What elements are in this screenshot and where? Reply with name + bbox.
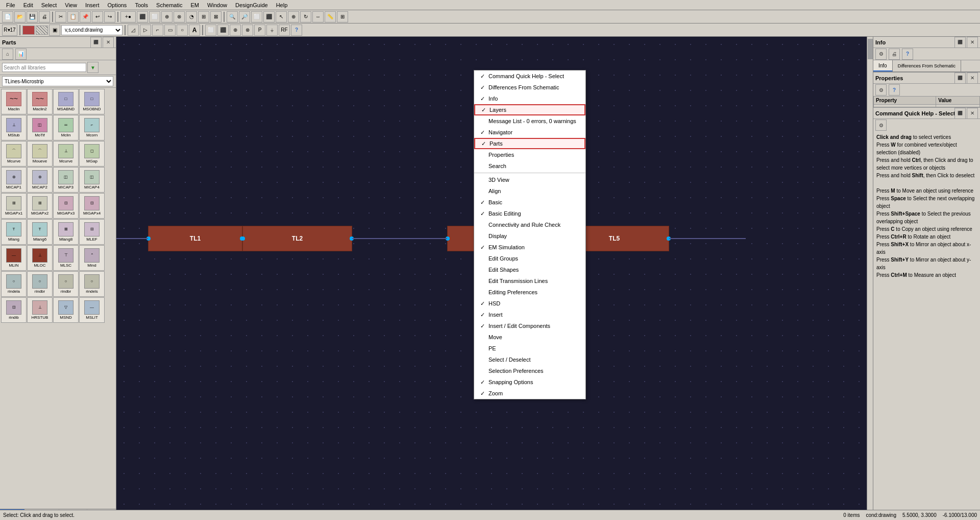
list-item[interactable]: ⊛ MICAP2 (27, 167, 53, 193)
component-button[interactable]: +● (120, 11, 136, 22)
menu-display[interactable]: Display (474, 230, 585, 242)
list-item[interactable]: ⌃ Mind (79, 245, 105, 271)
rotate-button[interactable]: ↻ (300, 11, 311, 22)
text-btn[interactable]: A (189, 25, 200, 36)
menu-3d-view[interactable]: 3D View (474, 174, 585, 185)
vertical-scrollbar[interactable] (867, 37, 873, 514)
list-item[interactable]: ⊞ MIGAPx2 (27, 193, 53, 219)
menu-edit-shapes[interactable]: Edit Shapes (474, 264, 585, 275)
menu-cmd-quick-help[interactable]: ✓ Command Quick Help - Select (474, 70, 585, 82)
menu-edit-groups[interactable]: Edit Groups (474, 253, 585, 264)
route-button[interactable]: ⊞ (198, 11, 209, 22)
menu-insert[interactable]: ✓ Insert (474, 309, 585, 320)
list-item[interactable]: ═ Mclin (53, 115, 79, 140)
mirror-button[interactable]: ↔ (312, 11, 324, 22)
fill-btn[interactable]: ▣ (49, 25, 60, 36)
menu-basic-editing[interactable]: ✓ Basic Editing (474, 208, 585, 219)
bus-button[interactable]: ⬜ (149, 11, 160, 22)
menu-search[interactable]: Search (474, 160, 585, 172)
cursor-button[interactable]: ↖ (276, 11, 287, 22)
measure-button[interactable]: 📏 (325, 11, 336, 22)
menu-layers[interactable]: ✓ Layers (474, 104, 585, 115)
cmd-help-settings-button[interactable]: ⚙ (875, 120, 887, 131)
arc-button[interactable]: ◔ (186, 11, 197, 22)
list-item[interactable]: ⊡ rindib (1, 297, 27, 323)
properties-close-button[interactable]: ✕ (967, 73, 978, 84)
menu-navigator[interactable]: ✓ Navigator (474, 127, 585, 138)
list-item[interactable]: □ MSOBND (79, 89, 105, 114)
grid-button[interactable]: ⊞ (337, 11, 348, 22)
list-item[interactable]: ⊞ MIGAPx1 (1, 193, 27, 219)
arrow-btn[interactable]: ▷ (140, 25, 151, 36)
menu-editing-prefs[interactable]: Editing Preferences (474, 287, 585, 298)
undo-button[interactable]: ↩ (92, 11, 103, 22)
menu-message-list[interactable]: Message List - 0 errors, 0 warnings (474, 115, 585, 127)
em-help-btn[interactable]: ? (291, 25, 302, 36)
list-item[interactable]: ⊡ MIGAPx3 (53, 193, 79, 219)
em-ref-btn[interactable]: RF (279, 25, 290, 36)
properties-settings-button[interactable]: ⚙ (875, 84, 887, 96)
em-gnd-btn[interactable]: ⏚ (266, 25, 278, 36)
right-panel-close-button[interactable]: ✕ (967, 37, 978, 48)
list-item[interactable]: ◫ MICAP3 (53, 167, 79, 193)
list-item[interactable]: T Mlang (1, 219, 27, 245)
layer-color-btn[interactable] (22, 26, 35, 35)
list-item[interactable]: ○ rindbr (53, 271, 79, 297)
tab-diff-schematic[interactable]: Differences From Schematic (893, 60, 961, 72)
list-item[interactable]: 〜〜 Maclin (1, 89, 27, 114)
copy-button[interactable]: 📋 (67, 11, 79, 22)
right-panel-settings-button[interactable]: ⚙ (875, 49, 887, 60)
em-via-btn[interactable]: ⊗ (242, 25, 253, 36)
list-item[interactable]: ⌒ Moueve (27, 141, 53, 167)
menu-snapping-options[interactable]: ✓ Snapping Options (474, 376, 585, 388)
right-angle-btn[interactable]: ⌐ (152, 25, 163, 36)
scrollbar-thumb-v[interactable] (868, 39, 873, 59)
list-item[interactable]: ⊡ MIGAPx4 (79, 193, 105, 219)
menu-edit-tlines[interactable]: Edit Transmission Lines (474, 275, 585, 287)
library-dropdown[interactable]: TLines-Microstrip (2, 76, 113, 86)
circle-btn[interactable]: ○ (177, 25, 188, 36)
save-button[interactable]: 💾 (27, 11, 38, 22)
zoom-out-button[interactable]: 🔎 (239, 11, 250, 22)
pin-button[interactable]: ⊕ (161, 11, 173, 22)
list-item[interactable]: ◫ MoTif (27, 115, 53, 140)
r-btn[interactable]: R▾17 (2, 25, 17, 36)
list-item[interactable]: ⊟ MLEF (79, 219, 105, 245)
left-panel-float-button[interactable]: ⬛ (90, 37, 102, 48)
list-item[interactable]: ◫ MICAP4 (79, 167, 105, 193)
menu-edit[interactable]: Edit (19, 1, 37, 9)
snap-button[interactable]: ⊠ (210, 11, 222, 22)
new-button[interactable]: 📄 (2, 11, 13, 22)
menu-parts[interactable]: ✓ Parts (474, 138, 585, 149)
hatch-btn[interactable] (36, 26, 48, 35)
list-item[interactable]: ⊥ Mcurve (53, 141, 79, 167)
em-rect-btn[interactable]: ⬜ (205, 25, 216, 36)
port-button[interactable]: ⊗ (174, 11, 185, 22)
menu-info[interactable]: ✓ Info (474, 93, 585, 104)
em-snap-btn[interactable]: ⊕ (230, 25, 241, 36)
menu-hsd[interactable]: ✓ HSD (474, 298, 585, 309)
list-item[interactable]: ⊥ HRSTUB (27, 297, 53, 323)
menu-zoom[interactable]: ✓ Zoom (474, 388, 585, 399)
list-item[interactable]: ⊥ MLOC (27, 245, 53, 271)
properties-help-button[interactable]: ? (889, 84, 900, 96)
menu-window[interactable]: Window (203, 1, 231, 9)
redo-button[interactable]: ↪ (104, 11, 115, 22)
menu-em[interactable]: EM (186, 1, 203, 9)
list-item[interactable]: □ MSABND (53, 89, 79, 114)
right-panel-float-button[interactable]: ⬛ (954, 37, 966, 48)
wire-button[interactable]: ⬛ (137, 11, 148, 22)
list-item[interactable]: T Mlang6 (27, 219, 53, 245)
zoom-fit-button[interactable]: ⬜ (251, 11, 262, 22)
search-input[interactable] (2, 63, 86, 72)
search-filter-button[interactable]: ▼ (87, 62, 99, 73)
menu-connectivity[interactable]: Connectivity and Rule Check (474, 219, 585, 230)
list-item[interactable]: ▽ MSND (53, 297, 79, 323)
tab-info[interactable]: Info (873, 60, 893, 72)
menu-designguide[interactable]: DesignGuide (231, 1, 272, 9)
menu-pe[interactable]: PE (474, 343, 585, 354)
menu-selection-prefs[interactable]: Selection Preferences (474, 365, 585, 376)
right-panel-print-button[interactable]: 🖨 (889, 49, 900, 60)
menu-diff-schematic[interactable]: ✓ Differences From Schematic (474, 82, 585, 93)
list-item[interactable]: ⌒ Mcurve (1, 141, 27, 167)
